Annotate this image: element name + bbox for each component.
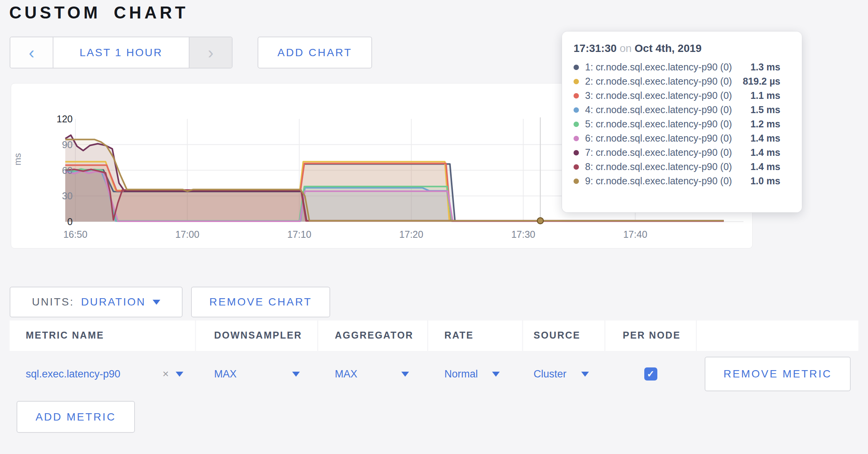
- time-window-button[interactable]: LAST 1 HOUR: [53, 37, 189, 68]
- tooltip-series-label: 8: cr.node.sql.exec.latency-p90 (0): [585, 161, 750, 172]
- series-color-dot-icon: [574, 150, 579, 155]
- series-color-dot-icon: [574, 122, 579, 127]
- time-range-selector: ‹ LAST 1 HOUR ›: [10, 37, 233, 68]
- x-axis-tick-label: 16:50: [63, 229, 88, 240]
- header-source: SOURCE: [523, 320, 604, 351]
- tooltip-series-value: 1.4 ms: [750, 147, 780, 158]
- hover-point: [537, 218, 544, 224]
- units-label: UNITS:: [32, 296, 74, 308]
- tooltip-series-row: 5: cr.node.sql.exec.latency-p90 (0)1.2 m…: [574, 117, 780, 131]
- tooltip-series-value: 1.1 ms: [750, 90, 780, 101]
- tooltip-series-label: 5: cr.node.sql.exec.latency-p90 (0): [585, 119, 750, 130]
- aggregator-dropdown-icon[interactable]: [401, 372, 409, 377]
- units-dropdown[interactable]: UNITS: DURATION: [10, 287, 183, 317]
- tooltip-series-value: 1.0 ms: [750, 175, 780, 187]
- tooltip-date: Oct 4th, 2019: [635, 42, 702, 54]
- x-axis-tick-label: 17:30: [511, 229, 535, 240]
- y-axis-tick-label: 30: [46, 190, 73, 202]
- y-axis-tick-label: 0: [46, 216, 73, 227]
- tooltip-series-row: 3: cr.node.sql.exec.latency-p90 (0)1.1 m…: [574, 88, 780, 103]
- x-axis-tick-label: 17:10: [287, 229, 311, 240]
- tooltip-on-word: on: [620, 42, 632, 54]
- remove-metric-button[interactable]: REMOVE METRIC: [705, 357, 851, 391]
- tooltip-time: 17:31:30: [574, 42, 617, 54]
- clear-metric-icon[interactable]: ×: [163, 368, 169, 380]
- source-value[interactable]: Cluster: [534, 368, 567, 380]
- header-actions: [697, 320, 858, 351]
- tooltip-series-value: 1.4 ms: [750, 161, 780, 172]
- tooltip-series-label: 7: cr.node.sql.exec.latency-p90 (0): [585, 147, 750, 158]
- series-color-dot-icon: [574, 93, 579, 98]
- tooltip-series-value: 1.4 ms: [750, 133, 780, 144]
- series-color-dot-icon: [574, 179, 579, 184]
- tooltip-series-label: 9: cr.node.sql.exec.latency-p90 (0): [585, 175, 750, 187]
- tooltip-series-list: 1: cr.node.sql.exec.latency-p90 (0)1.3 m…: [574, 60, 780, 188]
- tooltip-series-row: 7: cr.node.sql.exec.latency-p90 (0)1.4 m…: [574, 145, 780, 160]
- downsampler-dropdown-icon[interactable]: [292, 372, 300, 377]
- tooltip-series-row: 8: cr.node.sql.exec.latency-p90 (0)1.4 m…: [574, 160, 780, 174]
- series-color-dot-icon: [574, 107, 579, 113]
- y-axis-unit-label: ms: [12, 153, 23, 165]
- add-metric-button[interactable]: ADD METRIC: [17, 401, 135, 433]
- header-per-node: PER NODE: [605, 320, 696, 351]
- source-dropdown-icon[interactable]: [581, 372, 589, 377]
- tooltip-series-label: 6: cr.node.sql.exec.latency-p90 (0): [585, 133, 750, 144]
- per-node-checkbox[interactable]: ✓: [644, 367, 657, 381]
- tooltip-series-value: 1.5 ms: [750, 104, 780, 115]
- series-color-dot-icon: [574, 164, 579, 170]
- tooltip-series-row: 4: cr.node.sql.exec.latency-p90 (0)1.5 m…: [574, 103, 780, 117]
- x-axis-tick-label: 17:40: [623, 229, 647, 240]
- x-axis-tick-label: 17:20: [399, 229, 424, 240]
- series-color-dot-icon: [574, 136, 579, 141]
- chart-hover-tooltip: 17:31:30 on Oct 4th, 2019 1: cr.node.sql…: [562, 32, 802, 212]
- x-axis-tick-label: 17:00: [175, 229, 200, 240]
- metric-row: sql.exec.latency-p90 × MAX MAX Normal Cl…: [10, 351, 858, 397]
- remove-chart-button[interactable]: REMOVE CHART: [191, 287, 330, 317]
- y-axis-tick-label: 60: [46, 165, 73, 176]
- y-axis-tick-label: 120: [46, 114, 73, 125]
- metric-dropdown-icon[interactable]: [176, 372, 183, 377]
- metrics-table-header: METRIC NAME DOWNSAMPLER AGGREGATOR RATE …: [10, 320, 858, 351]
- y-axis-tick-label: 90: [46, 139, 73, 150]
- aggregator-value[interactable]: MAX: [335, 368, 358, 380]
- tooltip-series-value: 1.3 ms: [750, 62, 780, 73]
- downsampler-value[interactable]: MAX: [214, 368, 237, 380]
- header-rate: RATE: [428, 320, 522, 351]
- tooltip-timestamp: 17:31:30 on Oct 4th, 2019: [574, 42, 780, 55]
- add-chart-button[interactable]: ADD CHART: [258, 37, 372, 68]
- time-next-button[interactable]: ›: [189, 37, 232, 68]
- header-downsampler: DOWNSAMPLER: [196, 320, 317, 351]
- rate-dropdown-icon[interactable]: [492, 372, 500, 377]
- tooltip-series-value: 1.2 ms: [750, 119, 780, 130]
- chevron-right-icon: ›: [208, 45, 214, 60]
- page-title: CUSTOM CHART: [9, 3, 188, 22]
- time-prev-button[interactable]: ‹: [10, 37, 53, 68]
- tooltip-series-label: 1: cr.node.sql.exec.latency-p90 (0): [585, 62, 750, 73]
- series-color-dot-icon: [574, 79, 579, 84]
- tooltip-series-row: 1: cr.node.sql.exec.latency-p90 (0)1.3 m…: [574, 60, 780, 74]
- tooltip-series-label: 3: cr.node.sql.exec.latency-p90 (0): [585, 90, 750, 101]
- chevron-left-icon: ‹: [29, 45, 35, 60]
- tooltip-series-label: 4: cr.node.sql.exec.latency-p90 (0): [585, 104, 750, 115]
- rate-value[interactable]: Normal: [444, 368, 478, 380]
- series-color-dot-icon: [574, 65, 579, 70]
- tooltip-series-row: 2: cr.node.sql.exec.latency-p90 (0)819.2…: [574, 74, 780, 88]
- chevron-down-icon: [153, 300, 160, 305]
- header-metric-name: METRIC NAME: [10, 320, 195, 351]
- metric-name-value[interactable]: sql.exec.latency-p90: [26, 368, 120, 380]
- header-aggregator: AGGREGATOR: [318, 320, 427, 351]
- units-value: DURATION: [81, 296, 146, 308]
- tooltip-series-row: 9: cr.node.sql.exec.latency-p90 (0)1.0 m…: [574, 174, 780, 188]
- tooltip-series-row: 6: cr.node.sql.exec.latency-p90 (0)1.4 m…: [574, 131, 780, 145]
- tooltip-series-label: 2: cr.node.sql.exec.latency-p90 (0): [585, 76, 743, 87]
- tooltip-series-value: 819.2 µs: [743, 76, 780, 87]
